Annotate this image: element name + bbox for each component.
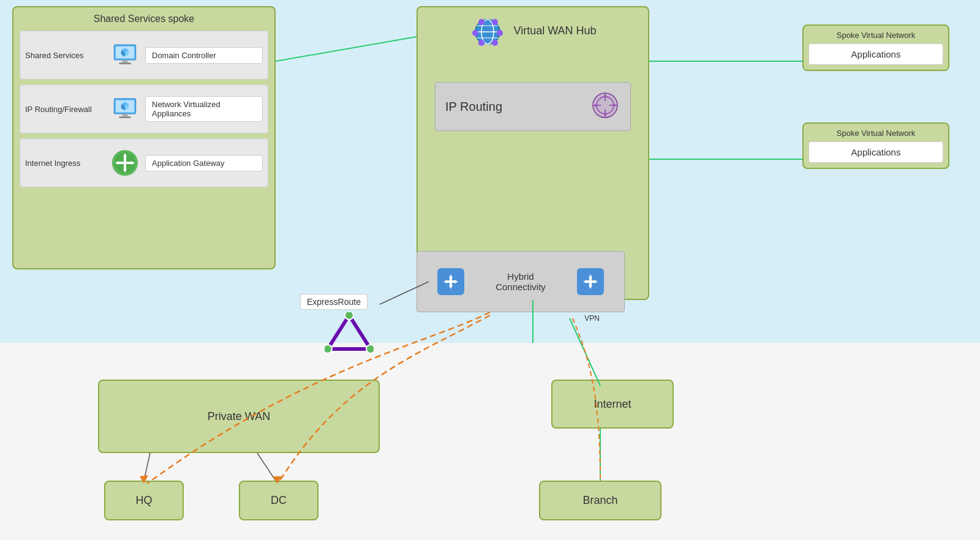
ip-routing-row: IP Routing/Firewall Network Virtualized … (20, 84, 268, 133)
branch-box: Branch (539, 481, 662, 520)
svg-point-31 (478, 40, 484, 46)
spoke-vnet-2: Spoke Virtual Network Applications (802, 122, 949, 169)
internet-box: Internet (551, 380, 674, 429)
routing-icon (590, 90, 620, 123)
computer-icon-2 (110, 94, 140, 124)
network-virtualized-label: Network Virtualized Appliances (145, 96, 263, 122)
spoke-vnet-2-app: Applications (809, 141, 943, 163)
svg-point-57 (325, 345, 332, 353)
svg-point-28 (492, 19, 498, 25)
svg-rect-48 (446, 280, 456, 283)
hq-label: HQ (136, 494, 153, 507)
ip-routing-label: IP Routing (445, 100, 502, 114)
svg-rect-6 (119, 62, 130, 64)
vwan-hub-header: Virtual WAN Hub (469, 13, 596, 53)
svg-rect-13 (119, 116, 130, 118)
svg-point-58 (366, 345, 374, 353)
spoke-vnet-1-title: Spoke Virtual Network (809, 31, 943, 40)
private-wan-label: Private WAN (208, 410, 270, 423)
ip-routing-box: IP Routing (435, 82, 631, 131)
shared-services-spoke-title: Shared Services spoke (20, 13, 268, 24)
svg-point-56 (345, 312, 353, 320)
move-icon-right (577, 268, 604, 295)
hybrid-connectivity-box: HybridConnectivity VPN (417, 251, 625, 312)
shared-services-row: Shared Services Domain Controller (20, 31, 268, 80)
domain-controller-label: Domain Controller (145, 47, 263, 64)
svg-point-29 (472, 30, 478, 36)
svg-marker-55 (328, 315, 371, 349)
expressroute-icon (325, 312, 374, 358)
application-gateway-label: Application Gateway (145, 155, 263, 171)
internet-label: Internet (594, 398, 631, 411)
hybrid-title-container: HybridConnectivity (496, 271, 546, 292)
private-wan-box: Private WAN (98, 380, 380, 453)
expressroute-label: ExpressRoute (300, 294, 368, 310)
hybrid-connectivity-title: HybridConnectivity (496, 271, 546, 292)
globe-icon (469, 13, 506, 53)
shared-services-label: Shared Services (25, 51, 105, 60)
svg-rect-21 (118, 162, 133, 164)
shared-services-spoke: Shared Services spoke Shared Services Do… (12, 6, 276, 269)
dc-label: DC (271, 494, 287, 507)
computer-icon-1 (110, 40, 140, 70)
dc-box: DC (239, 481, 318, 520)
vpn-label: VPN (584, 314, 600, 323)
svg-point-30 (497, 30, 503, 36)
spoke-vnet-1-app: Applications (809, 43, 943, 65)
hq-box: HQ (104, 481, 184, 520)
internet-ingress-row: Internet Ingress Application Gateway (20, 138, 268, 187)
internet-ingress-label: Internet Ingress (25, 159, 105, 168)
branch-label: Branch (582, 494, 617, 507)
svg-rect-12 (123, 114, 128, 116)
svg-rect-54 (586, 280, 595, 283)
ip-routing-firewall-label: IP Routing/Firewall (25, 105, 105, 114)
spoke-vnet-1: Spoke Virtual Network Applications (802, 24, 949, 71)
vwan-hub-title: Virtual WAN Hub (513, 24, 596, 37)
svg-rect-5 (123, 60, 128, 62)
move-icon-left (437, 268, 464, 295)
svg-point-32 (492, 40, 498, 46)
spoke-vnet-2-title: Spoke Virtual Network (809, 129, 943, 138)
appgateway-icon (110, 148, 140, 178)
svg-point-27 (478, 19, 484, 25)
